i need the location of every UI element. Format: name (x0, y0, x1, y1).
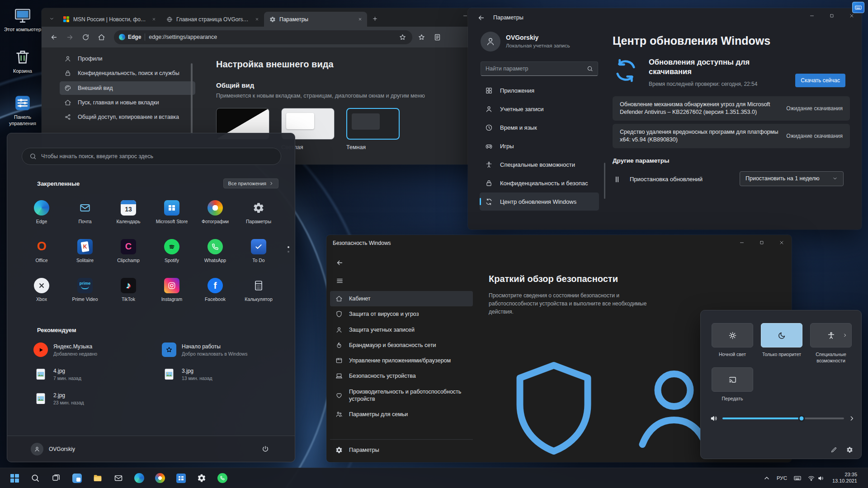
taskbar-button-whatsapp[interactable] (213, 469, 231, 487)
address-bar[interactable]: Edge edge://settings/appearance (114, 30, 412, 44)
taskbar-button-edge[interactable] (130, 469, 148, 487)
home-button[interactable] (94, 30, 108, 44)
security-card-virus-shield[interactable]: Защита от вирусов и угрозНикаких действи… (489, 341, 597, 462)
recommended-item[interactable]: 2.jpg23 мин. назад (30, 389, 155, 408)
security-nav-device-health[interactable]: Производительность и работоспособность у… (330, 384, 473, 407)
desktop-icon-this-pc[interactable]: Этот компьютер (4, 6, 42, 33)
start-app-office[interactable]: OOffice (20, 232, 63, 270)
taskbar-button-mail[interactable] (109, 469, 127, 487)
volume-slider-thumb[interactable] (798, 415, 805, 422)
start-app-whatsapp[interactable]: WhatsApp (193, 232, 237, 270)
touch-keyboard-indicator-icon[interactable] (852, 2, 864, 13)
taskbar-button-start[interactable] (5, 469, 24, 487)
touch-keyboard-icon[interactable] (791, 470, 804, 486)
taskbar-button-search[interactable] (26, 469, 44, 487)
tab-close-icon[interactable] (253, 16, 260, 23)
clock[interactable]: 23:35 13.10.2021 (828, 472, 862, 484)
recommended-item[interactable]: 4.jpg7 мин. назад (30, 365, 155, 384)
theme-option-dark[interactable]: Темная (346, 108, 400, 150)
desktop-icon-control-panel[interactable]: Панель управления (4, 94, 42, 127)
start-app-calendar[interactable]: 13Календарь (107, 193, 150, 231)
security-nav-firewall[interactable]: Брандмауэр и безопасность сети (330, 338, 473, 353)
quick-tile-night-light[interactable] (712, 323, 753, 347)
settings-nav-time-language[interactable]: Время и язык (480, 118, 599, 136)
edge-settings-nav-item[interactable]: Общий доступ, копирование и вставка (60, 110, 195, 124)
power-button[interactable] (261, 445, 269, 453)
security-nav-virus-shield[interactable]: Защита от вирусов и угроз (330, 306, 473, 322)
collections-button[interactable] (430, 30, 444, 44)
favorites-button[interactable] (415, 30, 428, 44)
browser-tab[interactable]: Главная страница OVGorskiy (161, 12, 264, 27)
scrollbar[interactable] (191, 63, 193, 136)
tray-overflow-chevron-icon[interactable] (760, 470, 773, 486)
start-app-edge[interactable]: Edge (20, 193, 63, 231)
settings-nav-gaming[interactable]: Игры (480, 137, 599, 155)
edge-settings-nav-item[interactable]: Конфиденциальность, поиск и службы (60, 66, 195, 80)
forward-button[interactable] (63, 30, 76, 44)
security-nav-home[interactable]: Кабинет (330, 291, 473, 306)
start-app-solitaire[interactable]: KSolitaire (63, 232, 107, 270)
quick-tile-focus-assist[interactable] (761, 323, 802, 347)
quick-tile-accessibility[interactable] (810, 323, 852, 347)
language-indicator[interactable]: РУС (774, 470, 790, 486)
all-apps-button[interactable]: Все приложения (223, 178, 278, 188)
security-nav-account-protection[interactable]: Защита учетных записей (330, 322, 473, 338)
settings-nav-accessibility[interactable]: Специальные возможности (480, 155, 599, 174)
menu-button[interactable] (333, 274, 346, 287)
taskbar-button-widgets[interactable] (68, 469, 86, 487)
tab-actions-menu-icon[interactable] (46, 13, 57, 24)
start-app-calculator[interactable]: Калькулятор (237, 271, 280, 309)
close-button[interactable] (772, 235, 792, 250)
start-app-clipchamp[interactable]: CClipchamp (107, 232, 150, 270)
taskbar-button-photos[interactable] (151, 469, 169, 487)
start-app-prime-video[interactable]: primePrime Video (63, 271, 107, 309)
update-row[interactable]: Средство удаления вредоносных программ д… (613, 124, 850, 148)
start-app-spotify[interactable]: Spotify (150, 232, 193, 270)
start-search-field[interactable] (22, 148, 281, 165)
edge-settings-nav-item[interactable]: Профили (60, 52, 195, 66)
recommended-item[interactable]: Яндекс.МузыкаДобавлено недавно (30, 340, 155, 359)
start-app-photos[interactable]: Фотографии (193, 193, 237, 231)
settings-button[interactable] (846, 446, 853, 453)
maximize-button[interactable] (752, 235, 772, 250)
start-search-input[interactable] (41, 153, 274, 160)
taskbar-button-settings[interactable] (193, 469, 211, 487)
start-app-todo[interactable]: To Do (237, 232, 280, 270)
back-button[interactable] (474, 11, 488, 24)
start-app-settings[interactable]: Параметры (237, 193, 280, 231)
pause-duration-dropdown[interactable]: Приостановить на 1 неделю (740, 171, 844, 186)
start-app-instagram[interactable]: Instagram (150, 271, 193, 309)
volume-icon[interactable] (710, 414, 718, 422)
tab-close-icon[interactable] (356, 16, 363, 23)
settings-search-field[interactable] (481, 61, 598, 76)
quick-tile-cast[interactable] (712, 367, 753, 392)
audio-output-chevron-icon[interactable] (849, 415, 855, 422)
volume-slider[interactable] (722, 418, 844, 419)
pinned-page-dots[interactable] (288, 246, 289, 253)
settings-nav-windows-update[interactable]: Центр обновления Windows (480, 192, 599, 211)
settings-search-input[interactable] (486, 66, 583, 72)
update-row[interactable]: Обновление механизма обнаружения угроз д… (613, 96, 850, 121)
edge-settings-nav-item[interactable]: Внешний вид (60, 81, 195, 95)
settings-nav-apps[interactable]: Приложения (480, 81, 599, 99)
start-app-xbox[interactable]: Xbox (20, 271, 63, 309)
start-app-facebook[interactable]: fFacebook (193, 271, 237, 309)
network-volume-button[interactable] (805, 470, 827, 486)
maximize-button[interactable] (822, 8, 842, 23)
security-nav-app-browser[interactable]: Управление приложениями/браузером (330, 353, 473, 368)
security-nav-settings[interactable]: Параметры (330, 442, 473, 458)
browser-tab[interactable]: MSN Россия | Новости, фото, п (58, 12, 161, 27)
taskbar-button-store[interactable] (172, 469, 190, 487)
recommended-item[interactable]: Начало работыДобро пожаловать в Windows (158, 340, 283, 359)
tab-close-icon[interactable] (150, 16, 157, 23)
taskbar-button-file-explorer[interactable] (89, 469, 107, 487)
user-profile[interactable]: OVGorskiy Локальная учетная запись (477, 29, 602, 54)
taskbar-button-task-view[interactable] (47, 469, 65, 487)
desktop-icon-recycle-bin[interactable]: Корзина (4, 48, 42, 75)
recommended-item[interactable]: 3.jpg13 мин. назад (158, 365, 283, 384)
start-app-store[interactable]: Microsoft Store (150, 193, 193, 231)
settings-nav-accounts[interactable]: Учетные записи (480, 100, 599, 118)
security-nav-family[interactable]: Параметры для семьи (330, 407, 473, 422)
refresh-button[interactable] (79, 30, 92, 44)
browser-tab[interactable]: Параметры (264, 12, 367, 27)
